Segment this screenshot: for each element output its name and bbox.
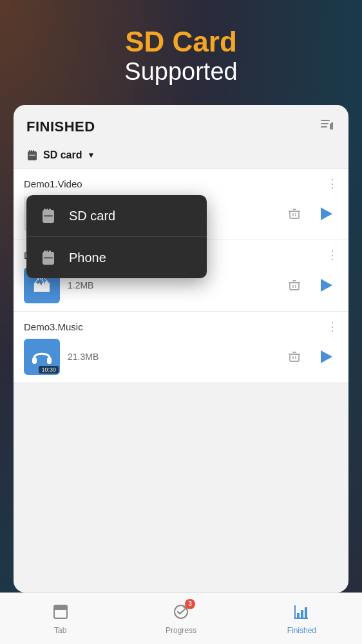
- tab-item-progress[interactable]: 3 Progress: [120, 598, 241, 640]
- svg-rect-1: [321, 123, 329, 124]
- more-options-button[interactable]: ⋮: [327, 248, 338, 262]
- tab-label: Progress: [166, 626, 196, 635]
- file-thumbnail: 10:30: [24, 339, 60, 375]
- svg-rect-41: [297, 613, 300, 618]
- sd-card-icon-selector: [26, 149, 39, 162]
- tab-label: Finished: [287, 626, 316, 635]
- file-size: 1.2MB: [68, 280, 283, 290]
- delete-button[interactable]: [283, 202, 306, 225]
- file-item-top: Demo3.Music ⋮: [24, 319, 338, 334]
- svg-rect-21: [290, 211, 299, 218]
- svg-rect-0: [321, 120, 330, 121]
- trash-icon: [287, 278, 301, 292]
- svg-rect-11: [46, 209, 48, 212]
- sd-icon-dropdown: [41, 207, 59, 225]
- play-button[interactable]: [315, 345, 338, 368]
- svg-rect-10: [44, 209, 46, 212]
- file-actions: [283, 345, 338, 368]
- svg-rect-42: [301, 610, 303, 618]
- svg-rect-12: [49, 209, 51, 212]
- delete-all-button[interactable]: [319, 117, 336, 137]
- storage-selector[interactable]: SD card ▼: [14, 146, 348, 168]
- storage-dropdown: SD card Phone: [26, 195, 207, 278]
- svg-rect-8: [29, 155, 35, 156]
- tab-bar: Tab 3 Progress Finished: [0, 592, 362, 644]
- file-name: Demo3.Music: [24, 321, 83, 332]
- svg-rect-39: [54, 605, 67, 610]
- svg-rect-26: [290, 283, 299, 290]
- delete-all-icon: [319, 117, 336, 133]
- svg-rect-32: [47, 357, 52, 364]
- trash-icon: [287, 207, 301, 221]
- card-header: FINISHED: [14, 105, 348, 146]
- file-actions: [283, 274, 338, 297]
- svg-rect-17: [49, 251, 51, 254]
- delete-button[interactable]: [283, 345, 306, 368]
- svg-rect-13: [44, 215, 53, 217]
- svg-rect-18: [44, 257, 53, 259]
- hero-title-line2: Supported: [124, 58, 237, 86]
- file-name: Demo1.Video: [24, 178, 82, 189]
- table-row: Demo3.Music ⋮ 10:30 21.3MB: [14, 312, 348, 383]
- file-item-bottom: 10:30 21.3MB: [24, 339, 338, 375]
- card-title: FINISHED: [26, 118, 95, 135]
- svg-rect-33: [290, 354, 299, 361]
- phone-icon-dropdown: [41, 249, 59, 267]
- file-size: 21.3MB: [68, 352, 283, 362]
- file-item-top: Demo1.Video ⋮: [24, 176, 338, 191]
- tab-icon: [52, 603, 70, 621]
- more-options-button[interactable]: ⋮: [327, 319, 338, 334]
- play-triangle-icon: [321, 350, 332, 363]
- svg-rect-31: [32, 357, 37, 364]
- svg-rect-7: [33, 150, 34, 153]
- dropdown-sd-label: SD card: [69, 209, 115, 223]
- chevron-down-icon: ▼: [87, 151, 95, 160]
- svg-rect-16: [46, 251, 48, 254]
- hero-title-line1: SD Card: [124, 26, 237, 58]
- delete-button[interactable]: [283, 274, 306, 297]
- main-card: FINISHED SD card ▼: [14, 105, 348, 592]
- tab-icon-wrap: 3: [172, 603, 190, 623]
- storage-label: SD card: [43, 149, 82, 161]
- svg-rect-43: [305, 607, 307, 618]
- tab-icon-wrap: [52, 603, 70, 623]
- more-options-button[interactable]: ⋮: [327, 176, 338, 191]
- svg-rect-15: [44, 251, 46, 254]
- time-badge: 10:30: [39, 366, 59, 374]
- tab-item-finished[interactable]: Finished: [242, 598, 362, 640]
- play-button[interactable]: [315, 202, 338, 225]
- trash-icon: [287, 350, 301, 364]
- svg-rect-5: [29, 150, 30, 153]
- hero-section: SD Card Supported: [124, 0, 237, 105]
- progress-badge: 3: [185, 599, 195, 609]
- tab-label: Tab: [54, 626, 66, 635]
- dropdown-phone-label: Phone: [69, 251, 106, 265]
- tab-icon-wrap: [292, 603, 310, 623]
- play-triangle-icon: [321, 279, 332, 292]
- play-button[interactable]: [315, 274, 338, 297]
- finished-icon: [292, 603, 310, 621]
- dropdown-item-sd-card[interactable]: SD card: [26, 195, 207, 237]
- file-actions: [283, 202, 338, 225]
- dropdown-item-phone[interactable]: Phone: [26, 237, 207, 278]
- svg-rect-6: [31, 150, 32, 153]
- play-triangle-icon: [321, 207, 332, 220]
- tab-item-tab[interactable]: Tab: [0, 598, 120, 640]
- svg-rect-2: [321, 126, 327, 128]
